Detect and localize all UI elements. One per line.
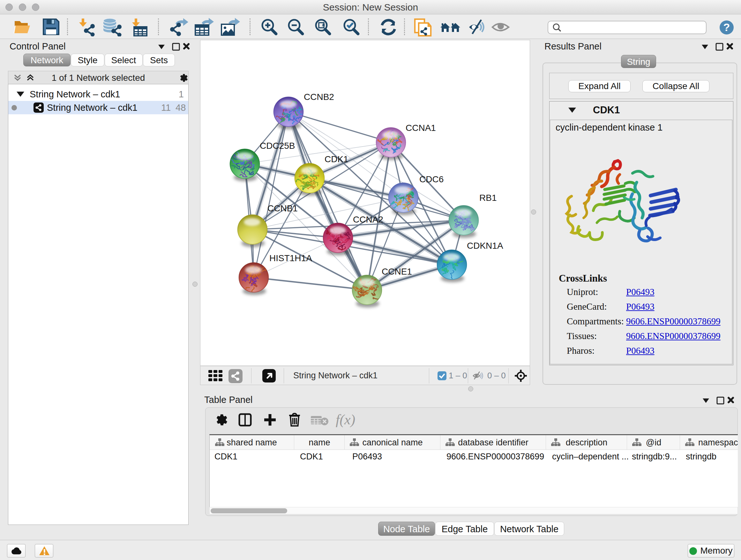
svg-text:CCNA1: CCNA1 [406,123,436,133]
svg-text:CCNB2: CCNB2 [304,92,334,102]
svg-text:CCNA2: CCNA2 [353,214,383,225]
svg-text:CCNE1: CCNE1 [382,266,412,276]
svg-text:CCNB1: CCNB1 [267,203,298,213]
svg-text:HIST1H1A: HIST1H1A [269,253,312,263]
svg-text:?: ? [724,21,730,33]
svg-text:RB1: RB1 [479,193,496,203]
svg-text:CDK1: CDK1 [325,154,348,164]
svg-text:CDC25B: CDC25B [260,141,295,151]
svg-text:CDKN1A: CDKN1A [467,241,503,251]
svg-text:CDC6: CDC6 [419,174,444,184]
